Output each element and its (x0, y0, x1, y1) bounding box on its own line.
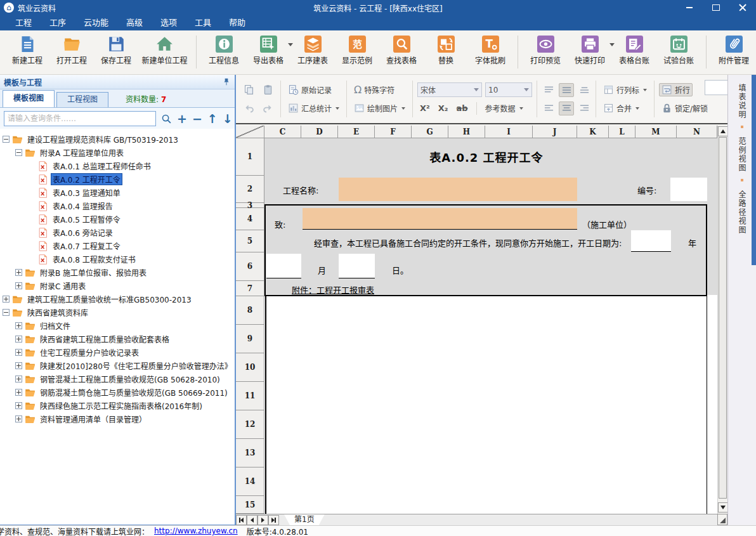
number-field[interactable] (670, 178, 707, 201)
expand-plus-icon[interactable] (15, 415, 22, 422)
expand-icon[interactable]: + (177, 113, 187, 125)
close-button[interactable] (729, 0, 756, 15)
tree-item-label[interactable]: 附录B 施工单位报审、报验用表 (38, 266, 148, 278)
column-header-M[interactable]: M (635, 126, 677, 138)
column-header-C[interactable]: C (264, 126, 301, 138)
tree-item-label[interactable]: 钢管混凝土工程施工质量验收规范(GB 50628-2010) (38, 373, 222, 385)
tree-item-label[interactable]: 表A.0.2 工程开工令 (51, 173, 122, 185)
print-preview-button[interactable]: 打印预览 (523, 34, 568, 67)
tree-item[interactable]: 表A.0.7 工程复工令 (0, 239, 235, 252)
new-project-button[interactable]: 新建工程 (5, 34, 49, 67)
expand-plus-icon[interactable] (15, 336, 22, 343)
row-header-6[interactable]: 6 (236, 252, 264, 281)
tree-item[interactable]: 附录A 工程监理单位用表 (0, 146, 235, 159)
align-middle-button[interactable] (559, 83, 574, 97)
row-header-12[interactable]: 12 (236, 410, 264, 439)
strikethrough-button[interactable]: ab (453, 103, 470, 114)
tree-item[interactable]: 钢管混凝土工程施工质量验收规范(GB 50628-2010) (0, 372, 235, 386)
tree-item[interactable]: 建筑工程施工质量验收统一标准GB50300-2013 (0, 292, 235, 306)
row-header-13[interactable]: 13 (236, 439, 264, 467)
maximize-button[interactable] (703, 0, 729, 15)
expand-plus-icon[interactable] (15, 402, 22, 409)
align-right-button[interactable] (577, 102, 591, 115)
undo-button[interactable] (241, 101, 257, 115)
superscript-button[interactable]: X² (417, 103, 433, 114)
menu-item-7[interactable]: 帮助 (220, 15, 254, 30)
column-header-G[interactable]: G (412, 126, 448, 138)
tree-item-label[interactable]: 建筑工程施工质量验收统一标准GB50300-2013 (25, 293, 193, 305)
align-bottom-button[interactable] (577, 84, 591, 96)
prev-page-button[interactable] (247, 515, 257, 525)
expand-plus-icon[interactable] (15, 362, 22, 369)
row-col-header-button[interactable]: 行列标 (601, 83, 649, 96)
tree-item[interactable]: 附录B 施工单位报审、报验用表 (0, 266, 235, 279)
tree-item-label[interactable]: 表A.0.7 工程复工令 (51, 240, 122, 252)
search-input[interactable] (4, 111, 156, 126)
scroll-up-button[interactable] (718, 126, 728, 136)
row-header-4[interactable]: 4 (236, 208, 264, 230)
row-header-7[interactable]: 7 (236, 281, 264, 296)
dock-tab-3[interactable]: 全路径视图 (737, 190, 747, 235)
scroll-down-button[interactable] (718, 502, 728, 513)
dock-tab-2[interactable]: 范例视图 (737, 137, 747, 173)
align-center-button[interactable] (559, 101, 574, 115)
tree-item[interactable]: 陕建发[2010]280号《住宅工程质量分户验收管理办法》 (0, 359, 235, 372)
original-record-button[interactable]: 原始记录 (285, 83, 334, 96)
tree-item[interactable]: 表A.0.8 工程款支付证书 (0, 252, 235, 266)
tree-item[interactable]: 归档文件 (0, 319, 235, 332)
column-header-D[interactable]: D (301, 126, 338, 138)
expand-plus-icon[interactable] (15, 376, 22, 382)
row-header-10[interactable]: 10 (236, 353, 264, 382)
tree-item[interactable]: 表A.0.6 旁站记录 (0, 226, 235, 239)
save-project-button[interactable]: 保存工程 (94, 34, 138, 67)
process-table-button[interactable]: 工序建表 (290, 34, 335, 67)
website-link[interactable]: http://www.zhuyew.cn (154, 526, 238, 535)
tree-item[interactable]: 住宅工程质量分户验收记录表 (0, 346, 235, 359)
subscript-button[interactable]: X₂ (436, 103, 451, 114)
vertical-scrollbar[interactable] (717, 126, 727, 514)
dock-tab-1[interactable]: 填表说明 (737, 84, 747, 119)
tree-item-label[interactable]: 表A.0.4 监理报告 (51, 200, 115, 212)
tree-item-label[interactable]: 表A.0.1 总监理工程师任命书 (51, 160, 153, 172)
test-ledger-button[interactable]: 试验台账 (656, 34, 701, 67)
tree-item-label[interactable]: 表A.0.8 工程款支付证书 (51, 253, 138, 265)
attachment-button[interactable]: 附件管理 (712, 34, 756, 67)
row-header-8[interactable]: 8 (236, 296, 264, 325)
tree-item[interactable]: 钢筋混凝土筒仓施工与质量验收规范(GB 50669-2011) (0, 386, 235, 399)
tree-item-label[interactable]: 钢筋混凝土筒仓施工与质量验收规范(GB 50669-2011) (38, 386, 230, 398)
expand-plus-icon[interactable] (15, 322, 22, 329)
lock-unlock-button[interactable]: 锁定/解锁 (659, 101, 710, 115)
tree-item[interactable]: 陕西省建筑资料库 (0, 306, 235, 319)
menu-item-6[interactable]: 工具 (186, 15, 220, 30)
summary-stats-button[interactable]: 汇总统计 (285, 101, 342, 115)
pin-icon[interactable] (222, 77, 231, 86)
collapse-icon[interactable]: − (192, 113, 202, 125)
tree-item[interactable]: 陕西绿色施工示范工程实施指南表格(2016年制) (0, 399, 235, 412)
row-header-9[interactable]: 9 (236, 325, 264, 353)
column-header-J[interactable]: J (533, 126, 577, 138)
tab-project-view[interactable]: 工程视图 (56, 92, 108, 107)
reference-data-button[interactable]: 参考数据 (483, 101, 526, 115)
row-header-11[interactable]: 11 (236, 382, 264, 410)
tree-item[interactable]: 表A.0.2 工程开工令 (0, 173, 235, 186)
project-info-button[interactable]: 工程信息 (202, 34, 246, 67)
table-ledger-button[interactable]: 表格台账 (612, 34, 656, 67)
collapse-minus-icon[interactable] (15, 149, 22, 156)
menu-item-3[interactable]: 云功能 (75, 15, 117, 30)
minimize-button[interactable] (676, 0, 703, 15)
tree-item[interactable]: 表A.0.5 工程暂停令 (0, 212, 235, 226)
menu-item-5[interactable]: 选项 (152, 15, 186, 30)
font-name-select[interactable]: 宋体 (417, 82, 482, 97)
tree-item-label[interactable]: 陕西省建筑资料库 (25, 306, 90, 318)
scrollbar-thumb[interactable] (719, 137, 727, 499)
expand-plus-icon[interactable] (15, 349, 22, 356)
project-name-field[interactable] (339, 178, 577, 201)
quick-print-button[interactable]: 快速打印 (568, 34, 612, 67)
tree-item-label[interactable]: 表A.0.5 工程暂停令 (51, 213, 122, 225)
wrap-line-button[interactable]: 折行 (659, 83, 693, 96)
row-header-1[interactable]: 1 (236, 138, 264, 176)
row-header-15[interactable]: 15 (236, 496, 264, 514)
draw-picture-button[interactable]: 绘制图片 (351, 101, 408, 115)
row-header-5[interactable]: 5 (236, 230, 264, 252)
tree-item-label[interactable]: 附录A 工程监理单位用表 (38, 147, 126, 159)
